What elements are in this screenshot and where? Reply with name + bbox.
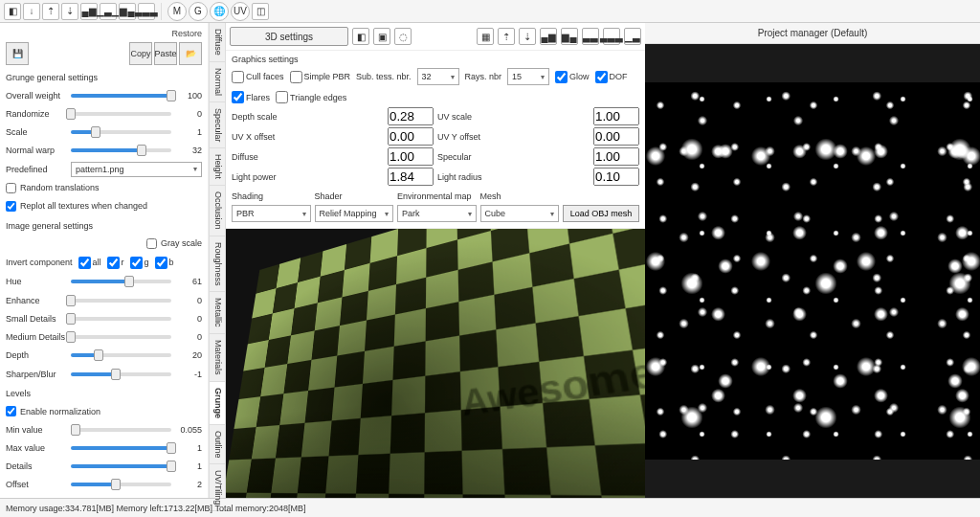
invert-r-checkbox[interactable] <box>107 257 120 269</box>
normal-warp-slider[interactable] <box>71 148 171 152</box>
tab-outline[interactable]: Outline <box>210 425 225 465</box>
rays-combo[interactable]: 15 <box>507 68 549 85</box>
g-circle-icon[interactable]: G <box>189 2 208 21</box>
small-details-value: 0 <box>175 314 202 324</box>
arrow-down-icon[interactable]: ⇣ <box>519 28 536 45</box>
uv-y-offset-input[interactable] <box>593 127 639 146</box>
tab-roughness[interactable]: Roughness <box>210 236 225 293</box>
hist-c-icon[interactable]: ▃▃ <box>582 28 599 45</box>
randomize-slider[interactable] <box>71 112 171 116</box>
shading-label: Shading <box>232 191 311 201</box>
cube-icon[interactable]: ◧ <box>4 3 21 20</box>
replot-checkbox[interactable] <box>6 201 16 212</box>
histogram3-icon[interactable]: ▃▃▃ <box>138 3 155 20</box>
3d-preview[interactable]: Awesome <box>226 229 645 498</box>
shading-combo[interactable]: PBR <box>232 205 311 222</box>
enhance-label: Enhance <box>6 296 67 305</box>
uv-scale-label: UV scale <box>437 112 489 122</box>
invert-b-checkbox[interactable] <box>155 257 167 269</box>
offset-slider[interactable] <box>71 483 171 486</box>
enable-normalization-checkbox[interactable] <box>6 406 16 416</box>
main-area: Restore 💾 Copy Paste 📂 Grunge general se… <box>0 23 980 498</box>
hist-a-icon[interactable]: ▄▆ <box>540 28 557 45</box>
sub-tess-combo[interactable]: 32 <box>417 68 459 85</box>
tab-occlusion[interactable]: Occlusion <box>210 186 225 236</box>
medium-details-slider[interactable] <box>71 335 171 339</box>
depth-slider[interactable] <box>71 353 171 357</box>
globe-icon[interactable]: 🌐 <box>210 2 229 21</box>
open-icon[interactable]: 📂 <box>179 42 202 65</box>
uv-x-offset-input[interactable] <box>388 127 434 146</box>
left-panel: Restore 💾 Copy Paste 📂 Grunge general se… <box>0 23 209 498</box>
arrow-up-icon[interactable]: ⇡ <box>498 28 515 45</box>
overall-weight-slider[interactable] <box>71 94 171 98</box>
arrow-down2-icon[interactable]: ⇣ <box>61 3 78 20</box>
min-value-value: 0.055 <box>175 425 202 435</box>
scale-slider[interactable] <box>71 130 171 134</box>
histogram-peak-icon[interactable]: ▁▃▁ <box>100 3 117 20</box>
tab-normal[interactable]: Normal <box>210 62 225 102</box>
overall-weight-label: Overall weight <box>6 91 67 101</box>
histogram2-icon[interactable]: ▆▄ <box>119 3 136 20</box>
graphics-settings-title: Graphics settings <box>232 55 639 64</box>
mesh-combo[interactable]: Cube <box>480 205 560 222</box>
hue-slider[interactable] <box>71 280 171 283</box>
sharpen-blur-slider[interactable] <box>71 372 171 376</box>
details-value: 1 <box>175 461 202 471</box>
dof-checkbox[interactable] <box>595 71 608 83</box>
env-map-combo[interactable]: Park <box>397 205 477 222</box>
cull-faces-checkbox[interactable] <box>232 71 244 83</box>
offset-value: 2 <box>175 480 202 489</box>
paste-icon[interactable]: Paste <box>154 42 177 65</box>
m-circle-icon[interactable]: M <box>167 2 187 21</box>
load-obj-mesh-button[interactable]: Load OBJ mesh <box>563 205 639 222</box>
predefined-dropdown[interactable]: pattern1.png <box>71 162 202 177</box>
hist-e-icon[interactable]: ▁▃ <box>624 28 641 45</box>
camera-icon[interactable]: ▣ <box>373 28 390 45</box>
tab-specular[interactable]: Specular <box>210 102 225 149</box>
tab-height[interactable]: Height <box>210 148 225 186</box>
sharpen-blur-label: Sharpen/Blur <box>6 370 67 379</box>
grayscale-checkbox[interactable] <box>146 238 157 249</box>
restore-link[interactable]: Restore <box>6 29 202 38</box>
invert-g-checkbox[interactable] <box>130 257 143 269</box>
texture-preview[interactable] <box>645 44 980 498</box>
tab-metallic[interactable]: Metallic <box>210 292 225 334</box>
min-value-slider[interactable] <box>71 428 171 432</box>
tab-materials[interactable]: Materials <box>210 334 225 382</box>
enhance-slider[interactable] <box>71 299 171 303</box>
small-details-slider[interactable] <box>71 317 171 321</box>
copy-icon[interactable]: Copy <box>129 42 152 65</box>
window-icon[interactable]: ◫ <box>252 3 269 20</box>
hist-b-icon[interactable]: ▆▄ <box>561 28 578 45</box>
simple-pbr-checkbox[interactable] <box>290 71 302 83</box>
arrow-up-dot-icon[interactable]: ⇡ <box>42 3 59 20</box>
grid-icon[interactable]: ▦ <box>477 28 494 45</box>
tab-grunge[interactable]: Grunge <box>210 382 225 425</box>
uv-scale-input[interactable] <box>593 107 639 125</box>
uv-x-offset-label: UV X offset <box>232 132 283 142</box>
arrow-down-icon[interactable]: ↓ <box>23 3 40 20</box>
max-value-slider[interactable] <box>71 446 171 450</box>
shader-combo[interactable]: Relief Mapping <box>315 205 394 222</box>
cube-view-icon[interactable]: ◧ <box>352 28 369 45</box>
details-slider[interactable] <box>71 464 171 468</box>
histogram1-icon[interactable]: ▄▆ <box>80 3 98 20</box>
depth-scale-input[interactable] <box>388 107 434 125</box>
hist-d-icon[interactable]: ▃▃▃ <box>603 28 620 45</box>
triangle-edges-checkbox[interactable] <box>276 91 288 103</box>
specular-input[interactable] <box>593 147 639 166</box>
save-icon[interactable]: 💾 <box>6 42 29 65</box>
glow-checkbox[interactable] <box>555 71 568 83</box>
3d-settings-button[interactable]: 3D settings <box>230 27 348 46</box>
refresh-icon[interactable]: ◌ <box>394 28 412 45</box>
light-radius-input[interactable] <box>593 168 639 186</box>
invert-all-checkbox[interactable] <box>78 257 91 269</box>
light-power-input[interactable] <box>388 168 434 186</box>
normal-warp-label: Normal warp <box>6 146 67 155</box>
tab-diffuse[interactable]: Diffuse <box>210 23 225 62</box>
diffuse-input[interactable] <box>388 147 434 166</box>
uv-circle-icon[interactable]: UV <box>231 2 250 21</box>
flares-checkbox[interactable] <box>232 91 244 103</box>
random-translations-checkbox[interactable] <box>6 183 16 193</box>
